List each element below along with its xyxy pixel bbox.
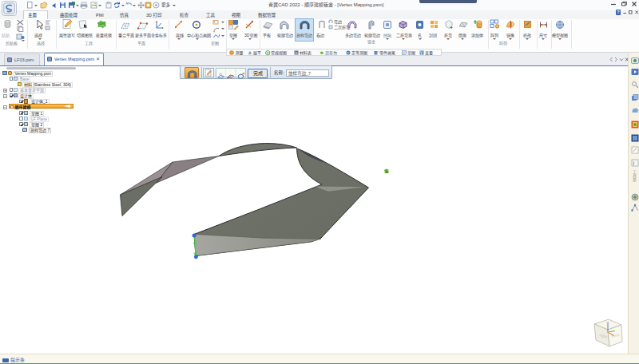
svg-text:V: V [420, 51, 423, 55]
